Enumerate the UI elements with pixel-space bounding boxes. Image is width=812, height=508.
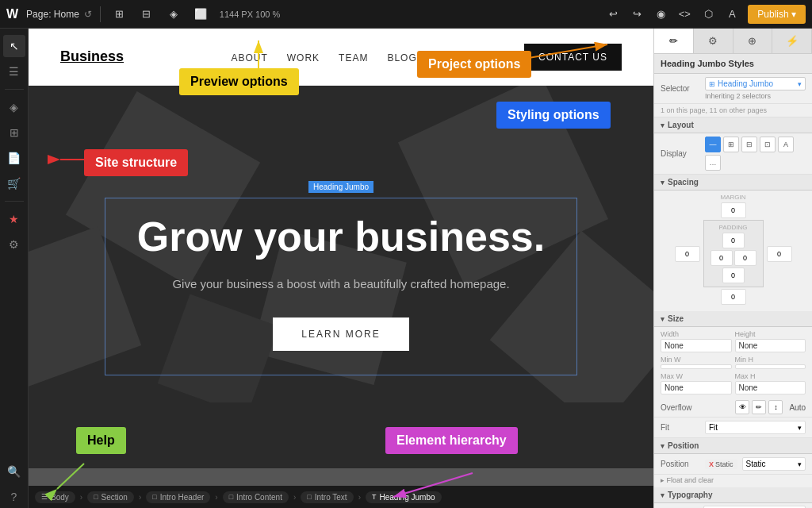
- nav-about[interactable]: ABOUT: [231, 50, 267, 64]
- panel-title: Heading Jumbo Styles: [654, 54, 812, 74]
- breadcrumb-intro-header[interactable]: □ Intro Header: [146, 491, 210, 503]
- width-input[interactable]: None: [661, 339, 732, 352]
- sidebar-icon-pages[interactable]: 📄: [3, 147, 25, 169]
- overflow-edit-icon[interactable]: ✏: [752, 400, 766, 414]
- panel-custom-icon[interactable]: ⚡: [772, 29, 812, 53]
- intro-text-icon: □: [307, 493, 311, 501]
- styling-options-annotation: Styling options: [496, 102, 611, 129]
- undo-button[interactable]: ↩: [602, 3, 624, 25]
- breadcrumb-intro-text[interactable]: □ Intro Text: [301, 491, 353, 503]
- code-icon[interactable]: <>: [673, 3, 695, 25]
- width-label: Width: [661, 330, 732, 338]
- minw-input[interactable]: [661, 364, 732, 369]
- padding-left-input[interactable]: [710, 250, 733, 266]
- font-row: Font Montserrat ▾: [654, 503, 812, 508]
- display-flex-btn[interactable]: ⊞: [723, 137, 739, 152]
- breadcrumb-section[interactable]: □ Section: [87, 491, 134, 503]
- padding-right-input[interactable]: [734, 250, 756, 266]
- display-grid-btn[interactable]: ⊟: [741, 137, 757, 152]
- fit-select[interactable]: Fit ▾: [705, 421, 806, 434]
- height-label: Height: [735, 330, 806, 338]
- maxw-input[interactable]: None: [661, 381, 732, 394]
- breadcrumb-body[interactable]: ☰ Body: [35, 491, 75, 503]
- hero-content-box: Grow your business. Give your business a…: [105, 198, 577, 375]
- font-icon[interactable]: A: [721, 3, 743, 25]
- maxh-label: Max H: [735, 372, 806, 380]
- canvas-area: Business ABOUT WORK TEAM BLOG CONTACT US: [29, 29, 653, 508]
- top-toolbar: W Page: Home ↺ ⊞ ⊟ ◈ ⬜ 1144 PX 100 % ↩ ↪…: [0, 0, 812, 29]
- sidebar-icon-assets[interactable]: ★: [3, 208, 25, 230]
- hero-cta-button[interactable]: LEARN MORE: [273, 318, 408, 351]
- display-label: Display: [661, 149, 700, 158]
- padding-bottom-input[interactable]: [722, 267, 745, 283]
- position-x-badge: X Static: [705, 460, 737, 469]
- height-input[interactable]: None: [735, 339, 806, 352]
- help-annotation: Help: [76, 427, 126, 454]
- spacing-section-header[interactable]: Spacing: [654, 175, 812, 190]
- width-field: Width None: [661, 330, 732, 352]
- breadcrumb-heading-jumbo[interactable]: T Heading Jumbo: [366, 491, 442, 503]
- sidebar-icon-cms[interactable]: ⊞: [3, 121, 25, 144]
- margin-bottom-input[interactable]: [721, 289, 746, 305]
- panel-settings-icon[interactable]: ⚙: [694, 29, 733, 53]
- overflow-scroll-icon[interactable]: ↕: [768, 400, 783, 414]
- sidebar-icon-help[interactable]: ?: [3, 486, 25, 508]
- size-section-header[interactable]: Size: [654, 311, 812, 327]
- grid-icon[interactable]: ⊟: [136, 3, 158, 25]
- heading-jumbo-icon: T: [372, 493, 377, 501]
- panel-style-icon[interactable]: ✏: [654, 29, 694, 53]
- device-icon[interactable]: ⬜: [190, 3, 212, 25]
- sidebar-icon-search[interactable]: 🔍: [3, 460, 25, 483]
- position-section-header[interactable]: Position: [654, 438, 812, 454]
- sidebar-icon-ecommerce[interactable]: 🛒: [3, 172, 25, 194]
- maxh-input[interactable]: None: [735, 381, 806, 394]
- inheriting-info: Inheriting 2 selectors: [705, 92, 806, 100]
- share-icon[interactable]: ⬡: [697, 3, 719, 25]
- nav-work[interactable]: WORK: [287, 50, 320, 64]
- selector-value[interactable]: ⊞ Heading Jumbo ▾: [705, 77, 806, 90]
- minh-field: Min H: [735, 356, 806, 369]
- position-select[interactable]: Static ▾: [742, 457, 806, 471]
- layout-icon[interactable]: ⊞: [109, 3, 131, 25]
- breadcrumb-intro-content-label: Intro Content: [236, 493, 282, 502]
- breadcrumb-intro-content[interactable]: □ Intro Content: [223, 491, 289, 503]
- margin-right-input[interactable]: [767, 246, 792, 262]
- breadcrumb-section-label: Section: [102, 493, 128, 502]
- margin-left-input[interactable]: [675, 246, 700, 262]
- display-a-btn[interactable]: A: [778, 137, 794, 152]
- refresh-icon[interactable]: ↺: [84, 9, 92, 20]
- position-label: Position: [661, 460, 700, 468]
- fit-label: Fit: [661, 423, 700, 432]
- main-layout: ↖ ☰ ◈ ⊞ 📄 🛒 ★ ⚙ 🔍 ? Business ABOUT WORK …: [0, 29, 812, 508]
- sidebar-icon-navigator[interactable]: ☰: [3, 60, 25, 83]
- display-more-btn[interactable]: …: [705, 155, 721, 171]
- panel-top-icons: ✏ ⚙ ⊕ ⚡: [654, 29, 812, 54]
- site-nav-links: ABOUT WORK TEAM BLOG: [231, 50, 416, 64]
- overflow-eye-icon[interactable]: 👁: [735, 400, 749, 414]
- nav-team[interactable]: TEAM: [339, 50, 368, 64]
- padding-box: PADDING: [703, 220, 764, 287]
- sidebar-icon-components[interactable]: ◈: [3, 96, 25, 118]
- display-inline-btn[interactable]: ⊡: [760, 137, 776, 152]
- padding-top-input[interactable]: [722, 233, 745, 248]
- float-clear-toggle[interactable]: Float and clear: [654, 475, 812, 487]
- redo-button[interactable]: ↪: [626, 3, 648, 25]
- layout-section-header[interactable]: Layout: [654, 117, 812, 133]
- nav-blog[interactable]: BLOG: [387, 50, 416, 64]
- selector-row: Selector ⊞ Heading Jumbo ▾ Inheriting 2 …: [654, 74, 812, 104]
- intro-header-icon: □: [152, 493, 156, 501]
- contact-us-button[interactable]: CONTACT US: [524, 44, 622, 71]
- publish-button[interactable]: Publish ▾: [748, 5, 806, 24]
- sidebar-icon-cursor[interactable]: ↖: [3, 35, 25, 57]
- size-info: 1144 PX 100 %: [220, 10, 280, 19]
- panel-interactions-icon[interactable]: ⊕: [733, 29, 773, 53]
- view-icon[interactable]: ◉: [649, 3, 672, 25]
- component-icon[interactable]: ◈: [163, 3, 185, 25]
- site-nav: Business ABOUT WORK TEAM BLOG CONTACT US: [29, 29, 653, 86]
- webpage-preview: Business ABOUT WORK TEAM BLOG CONTACT US: [29, 29, 653, 468]
- typography-section-header[interactable]: Typography: [654, 487, 812, 503]
- minh-input[interactable]: [735, 364, 806, 369]
- sidebar-icon-settings[interactable]: ⚙: [3, 233, 25, 256]
- margin-top-input[interactable]: [721, 202, 746, 218]
- display-block-btn[interactable]: —: [705, 137, 721, 152]
